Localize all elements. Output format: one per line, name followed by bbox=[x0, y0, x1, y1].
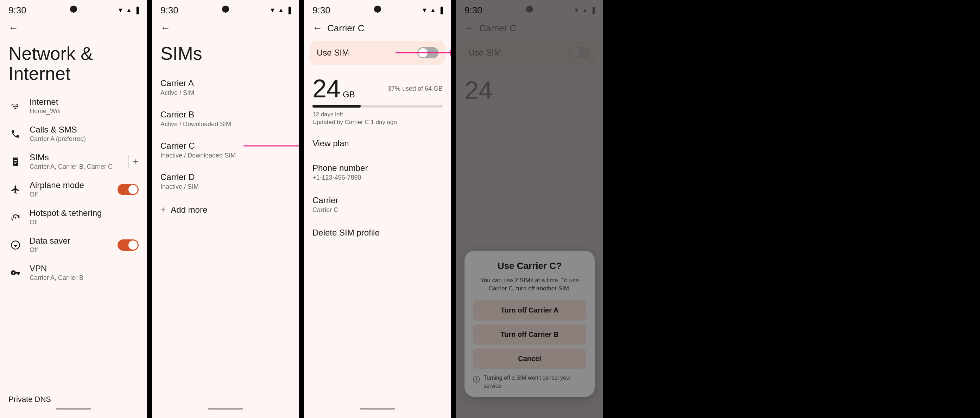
back-button-3[interactable]: ← bbox=[312, 22, 322, 34]
wifi-signal-icon-3: ▼ bbox=[422, 7, 428, 14]
carrier-c-title: Carrier C bbox=[327, 23, 364, 34]
turn-off-carrier-b-button[interactable]: Turn off Carrier B bbox=[473, 324, 586, 345]
internet-text: Internet Home_Wifi bbox=[30, 97, 138, 115]
add-more-icon: + bbox=[161, 204, 166, 215]
menu-item-calls-sms[interactable]: Calls & SMS Carrier A (preferred) bbox=[0, 120, 147, 148]
carrier-value: Carrier C bbox=[312, 206, 443, 214]
sims-sublabel: Carrier A, Carrier B, Carrier C bbox=[30, 163, 129, 171]
add-more-button[interactable]: + Add more bbox=[152, 197, 299, 222]
use-sim-toggle[interactable] bbox=[417, 47, 438, 59]
use-carrier-dialog: Use Carrier C? You can use 2 SIMs at a t… bbox=[465, 251, 595, 397]
hotspot-sublabel: Off bbox=[30, 218, 138, 226]
use-sim-label: Use SIM bbox=[317, 48, 349, 58]
dialog-notice-text: Turning off a SIM won't cancel your serv… bbox=[484, 374, 586, 390]
sims-add-button[interactable]: + bbox=[133, 156, 138, 167]
menu-item-sims[interactable]: SIMs Carrier A, Carrier B, Carrier C + bbox=[0, 148, 147, 176]
sims-divider bbox=[129, 155, 129, 168]
sim-item-carrier-d[interactable]: Carrier D Inactive / SIM bbox=[152, 166, 299, 197]
use-sim-toggle-knob bbox=[418, 48, 428, 57]
status-time-2: 9:30 bbox=[161, 5, 178, 16]
carrier-b-name: Carrier B bbox=[161, 110, 291, 120]
sims-right: + bbox=[129, 155, 138, 168]
phone-number-label: Phone number bbox=[312, 163, 443, 173]
battery-icon: ▐ bbox=[134, 7, 138, 14]
hotspot-label: Hotspot & tethering bbox=[30, 208, 138, 218]
page-title-1: Network & Internet bbox=[0, 38, 147, 92]
detail-delete-sim[interactable]: Delete SIM profile bbox=[304, 221, 451, 245]
phone-icon bbox=[8, 127, 22, 141]
sim-item-carrier-c[interactable]: Carrier C Inactive / Downloaded SIM bbox=[152, 135, 299, 166]
panel-use-carrier-c-dialog: 9:30 ▼ ▲ ▐ ← Carrier C Use SIM 24 Use Ca… bbox=[456, 0, 603, 418]
datasaver-label: Data saver bbox=[30, 236, 118, 246]
data-used: 37% used of 64 GB bbox=[388, 85, 443, 92]
menu-item-hotspot[interactable]: Hotspot & tethering Off bbox=[0, 203, 147, 231]
panel-carrier-c: 9:30 ▼ ▲ ▐ ← Carrier C Use SIM 24 GB 37%… bbox=[304, 0, 451, 418]
home-bar-3 bbox=[360, 408, 395, 410]
separator-3 bbox=[451, 0, 456, 418]
carrier-c-name: Carrier C bbox=[161, 141, 291, 151]
datasaver-text: Data saver Off bbox=[30, 236, 118, 254]
cell-signal-icon-3: ▲ bbox=[430, 7, 436, 14]
detail-carrier[interactable]: Carrier Carrier C bbox=[304, 188, 451, 221]
wifi-signal-icon-2: ▼ bbox=[270, 7, 276, 14]
hotspot-icon bbox=[8, 210, 22, 224]
battery-icon-3: ▐ bbox=[438, 7, 443, 14]
status-icons-1: ▼ ▲ ▐ bbox=[118, 7, 138, 14]
cell-signal-icon-2: ▲ bbox=[278, 7, 284, 14]
menu-item-airplane[interactable]: Airplane mode Off bbox=[0, 176, 147, 203]
status-icons-3: ▼ ▲ ▐ bbox=[422, 7, 443, 14]
carrier-c-header: ← Carrier C bbox=[304, 18, 451, 38]
carrier-d-name: Carrier D bbox=[161, 172, 291, 182]
home-bar-2 bbox=[208, 408, 243, 410]
status-time-3: 9:30 bbox=[312, 5, 331, 16]
panel-sims: 9:30 ▼ ▲ ▐ ← SIMs Carrier A Active / SIM… bbox=[152, 0, 299, 418]
detail-view-plan[interactable]: View plan bbox=[304, 131, 451, 156]
calls-sms-sublabel: Carrier A (preferred) bbox=[30, 135, 138, 143]
sim-item-carrier-b[interactable]: Carrier B Active / Downloaded SIM bbox=[152, 103, 299, 135]
datasaver-icon bbox=[8, 238, 22, 252]
phone-number-value: +1-123-456-7890 bbox=[312, 174, 443, 181]
airplane-toggle[interactable] bbox=[118, 184, 138, 195]
carrier-label: Carrier bbox=[312, 195, 443, 205]
data-progress-fill bbox=[312, 105, 361, 108]
menu-item-vpn[interactable]: VPN Carrier A, Carrier B bbox=[0, 259, 147, 287]
carrier-a-status: Active / SIM bbox=[161, 89, 291, 97]
cancel-button[interactable]: Cancel bbox=[473, 348, 586, 369]
calls-sms-text: Calls & SMS Carrier A (preferred) bbox=[30, 125, 138, 143]
datasaver-toggle-knob bbox=[129, 241, 138, 250]
back-button-2[interactable]: ← bbox=[152, 18, 173, 38]
vpn-icon bbox=[8, 266, 22, 280]
dialog-backdrop: Use Carrier C? You can use 2 SIMs at a t… bbox=[456, 0, 603, 418]
detail-phone-number[interactable]: Phone number +1-123-456-7890 bbox=[304, 156, 451, 188]
status-bar-2: 9:30 ▼ ▲ ▐ bbox=[152, 0, 299, 18]
data-days-left: 12 days left bbox=[312, 111, 443, 118]
airplane-icon bbox=[8, 182, 22, 196]
menu-item-internet[interactable]: Internet Home_Wifi bbox=[0, 92, 147, 120]
status-bar-1: 9:30 ▼ ▲ ▐ bbox=[0, 0, 147, 18]
delete-sim-label: Delete SIM profile bbox=[312, 228, 443, 238]
datasaver-sublabel: Off bbox=[30, 247, 118, 254]
panel-network-internet: 9:30 ▼ ▲ ▐ ← Network & Internet Internet… bbox=[0, 0, 147, 418]
carrier-c-status: Inactive / Downloaded SIM bbox=[161, 152, 291, 159]
back-button-1[interactable]: ← bbox=[0, 18, 21, 38]
vpn-text: VPN Carrier A, Carrier B bbox=[30, 264, 138, 282]
view-plan-label: View plan bbox=[312, 139, 443, 148]
calls-sms-label: Calls & SMS bbox=[30, 125, 138, 135]
menu-item-datasaver[interactable]: Data saver Off bbox=[0, 231, 147, 259]
datasaver-toggle[interactable] bbox=[118, 239, 138, 251]
sim-icon bbox=[8, 155, 22, 169]
data-updated: Updated by Carrier C 1 day ago bbox=[312, 119, 443, 126]
add-more-label: Add more bbox=[171, 205, 207, 215]
home-bar-1 bbox=[56, 408, 91, 410]
vpn-label: VPN bbox=[30, 264, 138, 274]
turn-off-carrier-a-button[interactable]: Turn off Carrier A bbox=[473, 300, 586, 321]
carrier-a-name: Carrier A bbox=[161, 78, 291, 88]
airplane-sublabel: Off bbox=[30, 191, 118, 198]
internet-label: Internet bbox=[30, 97, 138, 107]
wifi-signal-icon: ▼ bbox=[118, 7, 124, 14]
private-dns-label[interactable]: Private DNS bbox=[8, 395, 51, 404]
status-icons-2: ▼ ▲ ▐ bbox=[270, 7, 291, 14]
carrier-d-status: Inactive / SIM bbox=[161, 183, 291, 190]
sim-item-carrier-a[interactable]: Carrier A Active / SIM bbox=[152, 72, 299, 103]
data-number: 24 bbox=[312, 76, 340, 101]
